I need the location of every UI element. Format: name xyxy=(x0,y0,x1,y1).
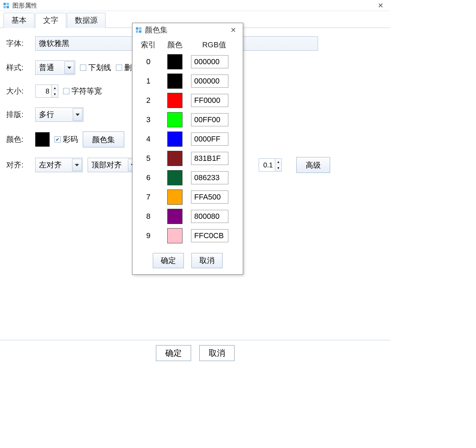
chevron-down-icon xyxy=(73,108,82,121)
color-swatch[interactable] xyxy=(167,74,182,89)
footer: 确定 取消 xyxy=(0,340,390,366)
checkbox-box xyxy=(63,88,69,94)
color-swatch[interactable] xyxy=(167,151,182,166)
color-swatch[interactable] xyxy=(167,209,182,224)
rgb-input[interactable] xyxy=(191,229,228,242)
modal-titlebar: 颜色集 ✕ xyxy=(132,23,243,37)
color-index: 8 xyxy=(138,212,159,221)
hdr-color: 颜色 xyxy=(163,40,187,50)
color-swatch[interactable] xyxy=(167,228,182,243)
color-swatch[interactable] xyxy=(167,93,182,108)
size-spinner[interactable]: ▲ ▼ xyxy=(35,85,58,98)
style-label: 样式: xyxy=(6,62,30,73)
rgb-input[interactable] xyxy=(191,55,228,68)
align-label: 对齐: xyxy=(6,160,30,170)
rgb-input[interactable] xyxy=(191,191,228,204)
color-index: 2 xyxy=(138,96,159,105)
close-icon[interactable]: ✕ xyxy=(226,25,240,35)
modal-cancel-button[interactable]: 取消 xyxy=(191,253,222,268)
window-title: 图形属性 xyxy=(12,1,37,10)
number-input[interactable] xyxy=(259,158,275,172)
hdr-rgb: RGB值 xyxy=(191,40,237,50)
checkbox-box xyxy=(116,65,122,71)
color-index: 4 xyxy=(138,135,159,144)
spin-up-icon[interactable]: ▲ xyxy=(275,159,281,165)
typeset-label: 排版: xyxy=(6,109,30,120)
ok-button[interactable]: 确定 xyxy=(156,345,191,361)
colorcode-label: 彩码 xyxy=(63,134,78,145)
table-header: 索引 颜色 RGB值 xyxy=(138,40,237,50)
typeset-value: 多行 xyxy=(39,109,54,120)
size-input[interactable] xyxy=(35,85,52,98)
colorset-button[interactable]: 颜色集 xyxy=(83,132,124,147)
color-label: 颜色: xyxy=(6,134,30,145)
svg-rect-2 xyxy=(3,6,6,8)
svg-rect-6 xyxy=(136,30,138,33)
color-row: 2 xyxy=(138,93,237,108)
halign-value: 左对齐 xyxy=(39,160,62,170)
advanced-button[interactable]: 高级 xyxy=(296,157,330,173)
spinner-arrows: ▲ ▼ xyxy=(52,85,58,98)
rgb-input[interactable] xyxy=(191,94,228,107)
colorcode-checkbox[interactable]: 彩码 xyxy=(54,134,78,145)
main-titlebar: 图形属性 ✕ xyxy=(0,0,390,11)
font-label: 字体: xyxy=(6,38,30,49)
rgb-input[interactable] xyxy=(191,210,228,223)
tab-datasource[interactable]: 数据源 xyxy=(67,13,106,28)
color-swatch[interactable] xyxy=(167,54,182,69)
svg-rect-1 xyxy=(7,3,9,5)
rgb-input[interactable] xyxy=(191,152,228,165)
current-color-swatch[interactable] xyxy=(35,132,50,147)
halign-select[interactable]: 左对齐 xyxy=(35,158,83,172)
valign-select[interactable]: 顶部对齐 xyxy=(88,158,139,172)
colorset-dialog: 颜色集 ✕ 索引 颜色 RGB值 0123456789 确定 取消 xyxy=(132,23,243,275)
svg-rect-0 xyxy=(3,3,6,5)
tab-text[interactable]: 文字 xyxy=(35,13,66,28)
color-swatch[interactable] xyxy=(167,189,182,205)
color-row: 5 xyxy=(138,151,237,166)
hdr-index: 索引 xyxy=(138,40,159,50)
modal-ok-button[interactable]: 确定 xyxy=(153,253,184,268)
tab-basic[interactable]: 基本 xyxy=(3,13,34,28)
svg-rect-7 xyxy=(139,30,141,33)
color-index: 1 xyxy=(138,77,159,86)
color-swatch[interactable] xyxy=(167,112,182,127)
spin-down-icon[interactable]: ▼ xyxy=(275,165,281,171)
color-row: 9 xyxy=(138,228,237,243)
underline-label: 下划线 xyxy=(88,62,111,73)
color-index: 7 xyxy=(138,193,159,202)
color-index: 6 xyxy=(138,173,159,182)
style-select[interactable]: 普通 xyxy=(35,60,75,75)
svg-rect-5 xyxy=(139,27,141,30)
close-icon[interactable]: ✕ xyxy=(374,1,387,10)
color-row: 7 xyxy=(138,189,237,205)
rgb-input[interactable] xyxy=(191,171,228,184)
typeset-select[interactable]: 多行 xyxy=(35,107,83,122)
strike-checkbox[interactable]: 删 xyxy=(116,62,132,73)
rgb-input[interactable] xyxy=(191,75,228,88)
spin-up-icon[interactable]: ▲ xyxy=(52,85,58,91)
modal-title: 颜色集 xyxy=(145,25,168,35)
modal-buttons: 确定 取消 xyxy=(132,253,243,268)
color-swatch[interactable] xyxy=(167,170,182,185)
number-spinner[interactable]: ▲ ▼ xyxy=(259,158,282,172)
underline-checkbox[interactable]: 下划线 xyxy=(80,62,111,73)
style-value: 普通 xyxy=(39,62,54,73)
monospace-checkbox[interactable]: 字符等宽 xyxy=(63,86,102,96)
rgb-input[interactable] xyxy=(191,113,228,126)
color-index: 0 xyxy=(138,57,159,66)
valign-value: 顶部对齐 xyxy=(91,160,122,170)
color-row: 8 xyxy=(138,209,237,224)
color-table: 索引 颜色 RGB值 0123456789 xyxy=(132,37,243,249)
checkbox-box xyxy=(80,65,86,71)
color-row: 6 xyxy=(138,170,237,185)
spin-down-icon[interactable]: ▼ xyxy=(52,91,58,97)
color-row: 3 xyxy=(138,112,237,127)
color-index: 5 xyxy=(138,154,159,163)
chevron-down-icon xyxy=(72,159,82,171)
app-icon xyxy=(135,27,142,33)
cancel-button[interactable]: 取消 xyxy=(199,345,235,361)
rgb-input[interactable] xyxy=(191,133,228,146)
color-index: 9 xyxy=(138,231,159,240)
color-swatch[interactable] xyxy=(167,132,182,147)
